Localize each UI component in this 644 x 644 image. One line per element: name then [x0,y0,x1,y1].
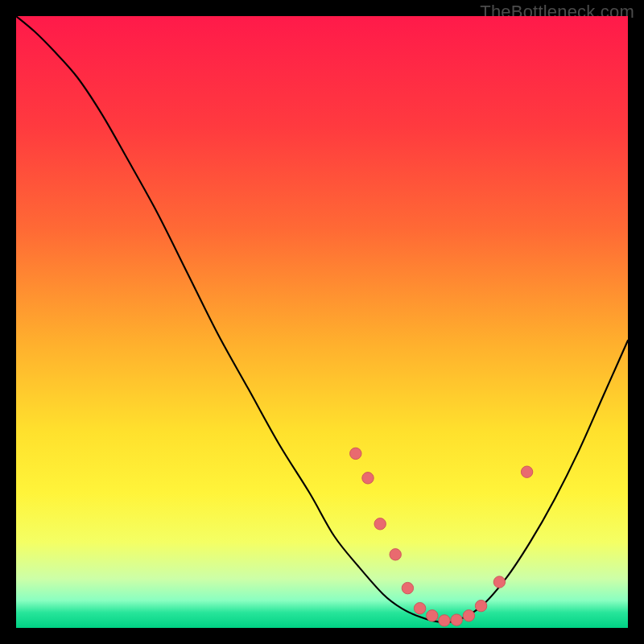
marker-dot [451,614,462,625]
highlight-markers [350,448,533,626]
bottleneck-curve [16,16,628,622]
marker-dot [521,466,532,477]
marker-dot [475,600,486,611]
plot-area [16,16,628,628]
marker-dot [374,518,386,530]
marker-dot [402,582,413,593]
marker-dot [350,448,361,459]
chart-stage: TheBottleneck.com [0,0,644,644]
marker-dot [439,615,450,626]
curve-layer [16,16,628,628]
marker-dot [463,610,474,621]
marker-dot [390,549,401,560]
marker-dot [427,610,438,621]
marker-dot [414,602,425,613]
marker-dot [362,473,374,484]
marker-dot [493,576,505,588]
